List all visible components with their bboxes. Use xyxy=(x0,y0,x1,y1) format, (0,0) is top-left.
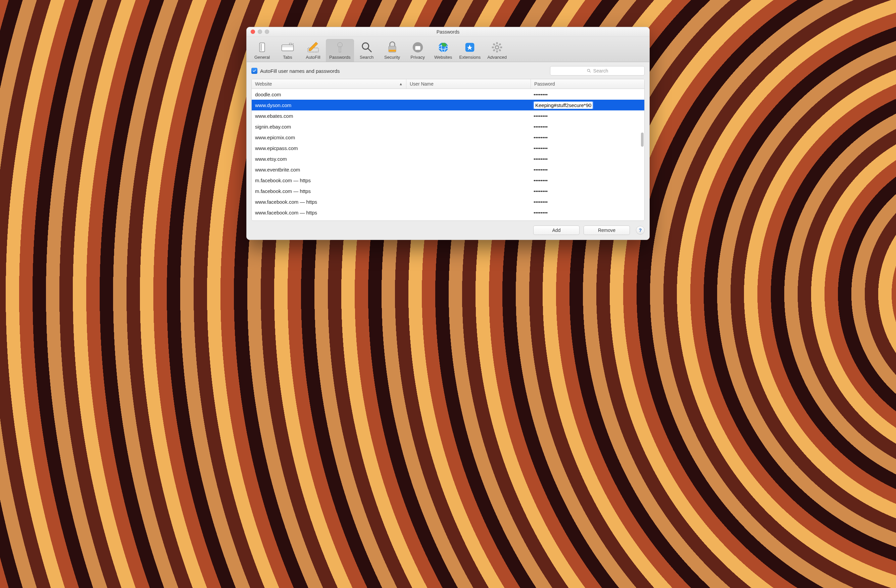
table-row[interactable]: m.facebook.com — https•••••••• xyxy=(252,186,644,197)
table-row[interactable]: signin.ebay.com•••••••• xyxy=(252,121,644,132)
column-header-password[interactable]: Password xyxy=(531,79,644,88)
toolbar-item-security[interactable]: Security xyxy=(379,39,405,62)
table-row[interactable]: www.ebates.com•••••••• xyxy=(252,110,644,121)
desktop-background: Passwords General+TabsAutoFillPasswordsS… xyxy=(0,0,896,588)
table-header: Website ▲ User Name Password xyxy=(252,79,644,89)
table-row[interactable]: www.dyson.comKeeping#stuff2secure*90 xyxy=(252,100,644,110)
toolbar-item-general[interactable]: General xyxy=(249,39,275,62)
table-row[interactable]: www.eventbrite.com•••••••• xyxy=(252,164,644,175)
password-cell-value: •••••••• xyxy=(533,124,548,129)
toolbar-item-label: Websites xyxy=(434,55,452,60)
svg-line-26 xyxy=(493,44,495,45)
advanced-icon xyxy=(490,40,504,54)
content-area: AutoFill user names and passwords Search… xyxy=(247,62,649,240)
toolbar-item-tabs[interactable]: +Tabs xyxy=(275,39,300,62)
remove-button[interactable]: Remove xyxy=(584,225,630,235)
password-cell-value: •••••••• xyxy=(533,156,548,162)
website-cell: www.etsy.com xyxy=(252,156,406,162)
password-cell-value: •••••••• xyxy=(533,135,548,140)
website-cell: m.facebook.com — https xyxy=(252,188,406,194)
table-row[interactable]: www.epicpass.com•••••••• xyxy=(252,143,644,153)
password-cell-value: •••••••• xyxy=(533,199,548,205)
password-cell-value: •••••••• xyxy=(533,210,548,215)
add-button[interactable]: Add xyxy=(533,225,579,235)
password-cell: •••••••• xyxy=(530,91,644,97)
maximize-window-button[interactable] xyxy=(265,29,269,34)
table-row[interactable]: www.facebook.com — https•••••••• xyxy=(252,197,644,207)
password-cell-value: •••••••• xyxy=(533,145,548,151)
svg-text:+: + xyxy=(292,42,294,46)
svg-rect-13 xyxy=(389,50,396,51)
scrollbar-thumb[interactable] xyxy=(641,133,644,147)
toolbar-item-privacy[interactable]: Privacy xyxy=(405,39,431,62)
column-header-website[interactable]: Website ▲ xyxy=(252,79,406,88)
website-cell: www.facebook.com — https xyxy=(252,210,406,215)
password-cell: •••••••• xyxy=(530,124,644,129)
bottom-button-row: Add Remove ? xyxy=(251,225,645,235)
table-row[interactable]: www.facebook.com — https•••••••• xyxy=(252,207,644,218)
toolbar-item-websites[interactable]: Websites xyxy=(431,39,456,62)
svg-line-31 xyxy=(590,72,591,73)
minimize-window-button[interactable] xyxy=(258,29,262,34)
toolbar-item-label: Security xyxy=(384,55,400,60)
password-cell: •••••••• xyxy=(530,178,644,183)
password-cell: Keeping#stuff2secure*90 xyxy=(530,101,644,109)
website-cell: www.dyson.com xyxy=(252,102,406,108)
table-row[interactable]: www.etsy.com•••••••• xyxy=(252,153,644,164)
password-cell: •••••••• xyxy=(530,199,644,205)
website-cell: www.epicmix.com xyxy=(252,135,406,140)
close-window-button[interactable] xyxy=(251,29,255,34)
toolbar-item-search[interactable]: Search xyxy=(354,39,379,62)
column-header-username[interactable]: User Name xyxy=(406,79,531,88)
autofill-checkbox-group[interactable]: AutoFill user names and passwords xyxy=(251,68,340,74)
sort-ascending-icon: ▲ xyxy=(399,82,403,86)
search-input[interactable]: Search xyxy=(550,66,645,76)
toolbar-item-advanced[interactable]: Advanced xyxy=(484,39,510,62)
svg-line-28 xyxy=(499,44,501,45)
website-cell: signin.ebay.com xyxy=(252,124,406,129)
table-row[interactable]: m.facebook.com — https•••••••• xyxy=(252,175,644,186)
password-cell: •••••••• xyxy=(530,156,644,162)
svg-rect-9 xyxy=(341,50,343,51)
toolbar-item-label: Advanced xyxy=(487,55,507,60)
toolbar-item-autofill[interactable]: AutoFill xyxy=(300,39,326,62)
toolbar-item-label: AutoFill xyxy=(306,55,320,60)
svg-point-29 xyxy=(496,46,498,48)
toolbar-item-passwords[interactable]: Passwords xyxy=(326,39,354,62)
window-title: Passwords xyxy=(437,29,459,35)
passwords-table: Website ▲ User Name Password doodle.com•… xyxy=(251,79,645,221)
table-body[interactable]: doodle.com••••••••www.dyson.comKeeping#s… xyxy=(252,89,644,221)
top-controls-row: AutoFill user names and passwords Search xyxy=(251,66,645,76)
password-edit-field[interactable]: Keeping#stuff2secure*90 xyxy=(533,101,593,109)
window-controls xyxy=(251,29,269,34)
password-cell: •••••••• xyxy=(530,210,644,215)
autofill-checkbox-label: AutoFill user names and passwords xyxy=(260,68,340,74)
checkmark-icon xyxy=(252,69,256,73)
help-button[interactable]: ? xyxy=(636,226,645,235)
table-row[interactable]: www.epicmix.com•••••••• xyxy=(252,132,644,143)
website-cell: www.ebates.com xyxy=(252,113,406,119)
websites-icon xyxy=(436,40,450,54)
password-cell: •••••••• xyxy=(530,135,644,140)
window-titlebar[interactable]: Passwords xyxy=(247,27,649,37)
toolbar-item-label: General xyxy=(254,55,270,60)
autofill-checkbox[interactable] xyxy=(251,68,258,74)
svg-rect-4 xyxy=(289,43,292,45)
svg-line-11 xyxy=(368,49,371,52)
table-row[interactable]: doodle.com•••••••• xyxy=(252,89,644,100)
general-icon xyxy=(255,40,269,54)
autofill-icon xyxy=(306,40,320,54)
svg-rect-8 xyxy=(339,47,341,52)
search-placeholder: Search xyxy=(593,68,608,73)
website-cell: doodle.com xyxy=(252,91,406,97)
password-cell-value: •••••••• xyxy=(533,91,548,97)
svg-point-30 xyxy=(587,69,590,72)
privacy-icon xyxy=(411,40,425,54)
toolbar-item-extensions[interactable]: Extensions xyxy=(456,39,484,62)
toolbar-item-label: Extensions xyxy=(459,55,481,60)
svg-rect-15 xyxy=(415,46,420,50)
svg-rect-2 xyxy=(282,45,294,51)
password-cell: •••••••• xyxy=(530,167,644,172)
website-cell: m.facebook.com — https xyxy=(252,178,406,183)
preferences-toolbar: General+TabsAutoFillPasswordsSearchSecur… xyxy=(247,37,649,62)
